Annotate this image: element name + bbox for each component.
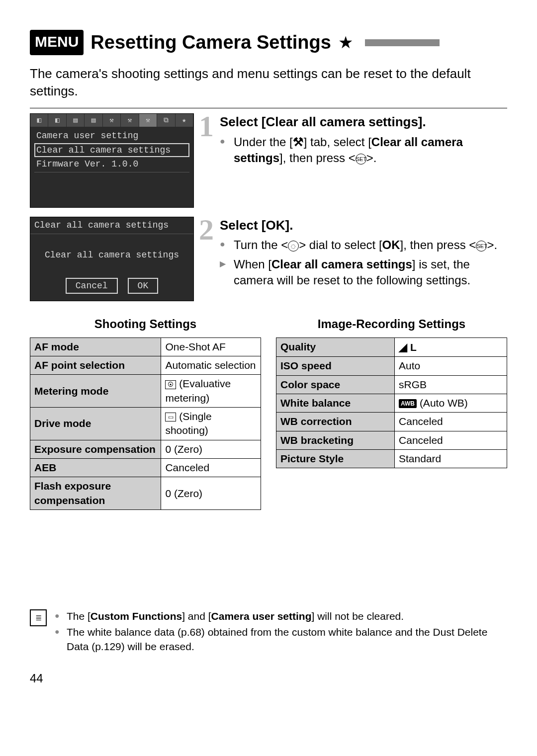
step-bullet: Turn the <◌> dial to select [OK], then p… xyxy=(220,237,507,253)
page-title: Resetting Camera Settings xyxy=(90,30,331,55)
lcd-menu-list: Camera user setting Clear all camera set… xyxy=(30,127,193,207)
lcd-tab: ⚒ xyxy=(121,114,139,127)
lcd-dialog-title: Clear all camera settings xyxy=(30,217,193,234)
metering-icon: ⦿ xyxy=(165,380,176,389)
table-row: WB bracketingCanceled xyxy=(276,431,507,449)
awb-icon: AWB xyxy=(399,399,417,408)
lcd-tab: ▤ xyxy=(67,114,85,127)
lcd-tab: ▤ xyxy=(85,114,102,127)
lcd-tab: ⧉ xyxy=(157,114,175,127)
lcd-ok-button: OK xyxy=(128,278,159,294)
table-row: Color spacesRGB xyxy=(276,375,507,394)
lcd-item: Firmware Ver. 1.0.0 xyxy=(34,157,189,171)
image-recording-settings-table: Quality◢ L ISO speedAuto Color spacesRGB… xyxy=(276,337,507,469)
table-row: ISO speedAuto xyxy=(276,357,507,375)
set-icon: SET xyxy=(476,241,487,252)
step-2-text: 2 Select [OK]. Turn the <◌> dial to sele… xyxy=(203,217,507,291)
lcd-screen-1: ◧ ◧ ▤ ▤ ⚒ ⚒ ⚒ ⧉ ★ Camera user setting Cl… xyxy=(30,113,194,208)
step-bullet-result: When [Clear all camera settings] is set,… xyxy=(220,256,507,289)
step-number: 2 xyxy=(199,210,214,250)
step-heading: Select [OK]. xyxy=(220,217,507,234)
table-title: Shooting Settings xyxy=(30,316,261,332)
lcd-tab: ◧ xyxy=(48,114,66,127)
set-icon: SET xyxy=(356,154,366,165)
table-row: Flash exposure compensation0 (Zero) xyxy=(30,477,261,510)
lcd-tab: ★ xyxy=(176,114,193,127)
intro-text: The camera's shooting settings and menu … xyxy=(30,65,507,100)
footnote: ≣ The [Custom Functions] and [Camera use… xyxy=(30,609,507,656)
lcd-item: Camera user setting xyxy=(34,129,189,143)
lcd-dialog-message: Clear all camera settings xyxy=(30,234,193,271)
step-1-text: 1 Select [Clear all camera settings]. Un… xyxy=(203,113,507,169)
step-number: 1 xyxy=(199,106,214,147)
step-bullet: Under the [⚒] tab, select [Clear all cam… xyxy=(220,134,507,167)
wrench-icon: ⚒ xyxy=(293,135,304,149)
table-row: Picture StyleStandard xyxy=(276,450,507,468)
table-row: AEBCanceled xyxy=(30,459,261,477)
step-2: Clear all camera settings Clear all came… xyxy=(30,217,507,301)
lcd-item-selected: Clear all camera settings xyxy=(34,143,189,157)
quality-icon: ◢ xyxy=(399,341,407,353)
separator xyxy=(30,108,507,108)
table-row: AF modeOne-Shot AF xyxy=(30,337,261,356)
table-row: Metering mode⦿ (Evaluative metering) xyxy=(30,375,261,408)
table-row: Exposure compensation0 (Zero) xyxy=(30,440,261,458)
table-row: Quality◢ L xyxy=(276,337,507,357)
step-1: ◧ ◧ ▤ ▤ ⚒ ⚒ ⚒ ⧉ ★ Camera user setting Cl… xyxy=(30,113,507,208)
settings-tables: Shooting Settings AF modeOne-Shot AF AF … xyxy=(30,316,507,510)
lcd-tabs: ◧ ◧ ▤ ▤ ⚒ ⚒ ⚒ ⧉ ★ xyxy=(30,114,193,127)
page-title-row: MENU Resetting Camera Settings ★ xyxy=(30,30,507,55)
lcd-tab: ⚒ xyxy=(103,114,121,127)
lcd-cancel-button: Cancel xyxy=(66,278,118,294)
shooting-settings-table: AF modeOne-Shot AF AF point selectionAut… xyxy=(30,337,261,510)
lcd-screen-2: Clear all camera settings Clear all came… xyxy=(30,217,194,301)
note-icon: ≣ xyxy=(30,609,47,626)
title-bar-decoration xyxy=(365,39,440,46)
page-number: 44 xyxy=(30,671,507,686)
footnote-item: The [Custom Functions] and [Camera user … xyxy=(55,609,507,623)
lcd-tab: ◧ xyxy=(30,114,48,127)
lcd-dialog-buttons: Cancel OK xyxy=(30,271,193,294)
table-title: Image-Recording Settings xyxy=(276,316,507,332)
table-row: WB correctionCanceled xyxy=(276,413,507,431)
table-row: AF point selectionAutomatic selection xyxy=(30,356,261,375)
shooting-settings-col: Shooting Settings AF modeOne-Shot AF AF … xyxy=(30,316,261,510)
menu-badge: MENU xyxy=(30,30,84,55)
footnote-item: The white balance data (p.68) obtained f… xyxy=(55,625,507,654)
image-recording-settings-col: Image-Recording Settings Quality◢ L ISO … xyxy=(276,316,507,510)
single-shot-icon: ▭ xyxy=(165,413,176,421)
star-icon: ★ xyxy=(338,31,353,54)
step-heading: Select [Clear all camera settings]. xyxy=(220,113,507,131)
table-row: White balanceAWB (Auto WB) xyxy=(276,394,507,413)
dial-icon: ◌ xyxy=(288,241,299,252)
table-row: Drive mode▭ (Single shooting) xyxy=(30,408,261,440)
lcd-tab-active: ⚒ xyxy=(139,114,157,127)
